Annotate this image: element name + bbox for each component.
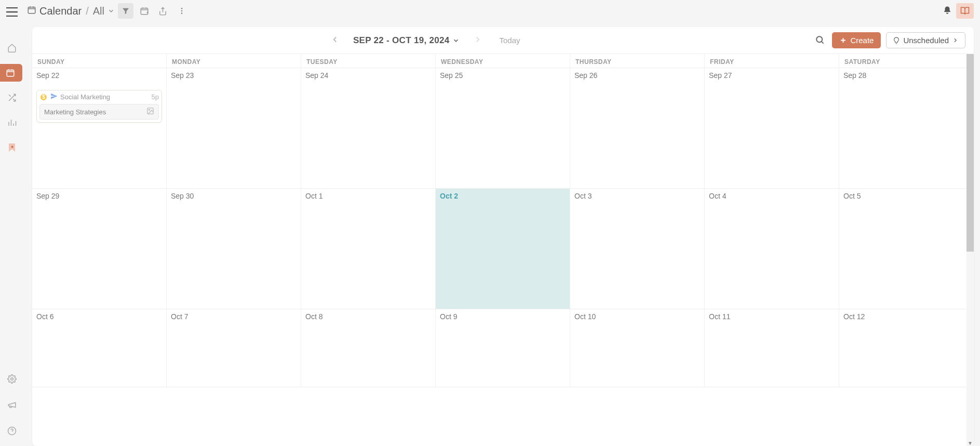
day-cell[interactable]: Sep 24 <box>301 68 436 188</box>
schedule-button[interactable] <box>137 3 152 19</box>
day-label: Oct 3 <box>574 192 700 200</box>
day-cell[interactable]: Oct 9 <box>436 309 570 387</box>
event-time: 5p <box>152 93 159 101</box>
svg-rect-0 <box>7 70 14 76</box>
notifications-button[interactable] <box>943 6 952 17</box>
day-cell[interactable]: Sep 30 <box>167 189 301 309</box>
svg-point-11 <box>817 36 823 42</box>
svg-point-9 <box>181 10 183 12</box>
event-card[interactable]: $ Social Marketing 5p Marketing Strategi… <box>36 90 162 123</box>
day-cell[interactable]: Oct 12 <box>839 309 974 387</box>
chevron-left-icon <box>330 35 340 44</box>
day-cell[interactable]: Sep 22 $ Social Marketing 5p Marketing S… <box>32 68 167 188</box>
weekday-header: WEDNESDAY <box>436 54 570 68</box>
calendar-icon <box>6 68 15 77</box>
day-label: Oct 6 <box>36 312 162 321</box>
nav-shuffle[interactable] <box>2 89 22 107</box>
day-label: Sep 24 <box>305 71 431 80</box>
scroll-down-icon: ▼ <box>968 440 973 446</box>
nav-help[interactable] <box>2 422 22 440</box>
nav-home[interactable] <box>2 39 22 57</box>
chevron-right-icon <box>473 35 482 44</box>
breadcrumb-separator: / <box>86 5 89 17</box>
svg-point-10 <box>181 12 183 14</box>
lightbulb-icon <box>893 37 900 44</box>
day-label: Sep 27 <box>709 71 835 80</box>
help-icon <box>7 426 17 436</box>
day-cell[interactable]: Oct 10 <box>570 309 705 387</box>
share-button[interactable] <box>155 3 171 19</box>
book-open-icon <box>960 6 970 16</box>
scroll-thumb[interactable] <box>966 54 974 252</box>
svg-rect-6 <box>28 7 35 13</box>
search-icon <box>815 35 825 45</box>
day-cell[interactable]: Oct 4 <box>705 189 839 309</box>
nav-bookmark[interactable]: ★ <box>2 139 22 156</box>
date-range-selector[interactable]: SEP 22 - OCT 19, 2024 <box>353 35 460 46</box>
day-label: Sep 30 <box>171 192 297 200</box>
next-period-button[interactable] <box>471 33 485 48</box>
nav-settings[interactable] <box>2 370 22 388</box>
day-cell[interactable]: Oct 8 <box>301 309 436 387</box>
day-label: Sep 28 <box>843 71 970 80</box>
date-range-label: SEP 22 - OCT 19, 2024 <box>353 35 450 46</box>
day-cell[interactable]: Sep 27 <box>705 68 839 188</box>
gear-icon <box>7 374 17 384</box>
day-label: Oct 11 <box>709 312 835 321</box>
day-label: Sep 26 <box>574 71 700 80</box>
day-label: Sep 25 <box>440 71 566 80</box>
day-cell[interactable]: Oct 5 <box>839 189 974 309</box>
day-cell[interactable]: Sep 26 <box>570 68 705 188</box>
svg-point-8 <box>181 8 183 9</box>
create-button[interactable]: Create <box>832 32 881 48</box>
event-badge-icon: $ <box>39 93 48 101</box>
calendar-small-icon <box>27 5 36 17</box>
day-cell[interactable]: Oct 3 <box>570 189 705 309</box>
search-button[interactable] <box>813 33 827 48</box>
day-label: Oct 10 <box>574 312 700 321</box>
today-button[interactable]: Today <box>499 36 520 45</box>
chevron-down-icon[interactable] <box>108 5 115 17</box>
day-cell[interactable]: Oct 1 <box>301 189 436 309</box>
weekday-header: SATURDAY <box>839 54 974 68</box>
bars-icon <box>7 118 17 127</box>
day-label: Oct 8 <box>305 312 431 321</box>
day-label: Sep 22 <box>36 71 162 80</box>
unscheduled-label: Unscheduled <box>903 36 949 45</box>
filter-icon <box>122 7 130 15</box>
day-cell[interactable]: Sep 28 <box>839 68 974 188</box>
nav-calendar[interactable] <box>0 64 22 82</box>
prev-period-button[interactable] <box>328 33 342 48</box>
day-label: Sep 29 <box>36 192 162 200</box>
day-label: Oct 12 <box>843 312 970 321</box>
scrollbar[interactable]: ▲ ▼ <box>966 54 974 446</box>
day-cell[interactable]: Oct 7 <box>167 309 301 387</box>
nav-analytics[interactable] <box>2 114 22 132</box>
day-label: Oct 1 <box>305 192 431 200</box>
filter-button[interactable] <box>118 3 133 19</box>
share-icon <box>158 7 167 16</box>
more-button[interactable] <box>174 3 190 19</box>
image-icon <box>146 107 154 116</box>
docs-button[interactable] <box>956 3 974 19</box>
menu-toggle[interactable] <box>4 5 20 20</box>
day-cell[interactable]: Oct 11 <box>705 309 839 387</box>
day-label: Oct 9 <box>440 312 566 321</box>
nav-announce[interactable] <box>2 396 22 414</box>
filter-select[interactable]: All <box>93 5 104 17</box>
hamburger-icon <box>6 7 18 17</box>
plus-icon <box>839 36 847 44</box>
home-icon <box>7 43 17 53</box>
unscheduled-button[interactable]: Unscheduled <box>886 32 965 48</box>
day-cell[interactable]: Sep 29 <box>32 189 167 309</box>
day-label: Oct 2 <box>440 192 566 200</box>
bell-icon <box>943 6 952 15</box>
day-cell[interactable]: Oct 6 <box>32 309 167 387</box>
day-cell[interactable]: Sep 25 <box>436 68 570 188</box>
svg-point-4 <box>11 378 14 381</box>
day-cell[interactable]: Sep 23 <box>167 68 301 188</box>
event-body-text: Marketing Strategies <box>44 108 106 116</box>
day-cell[interactable]: Oct 2 <box>436 189 570 309</box>
send-icon <box>50 93 58 101</box>
create-label: Create <box>850 36 874 45</box>
